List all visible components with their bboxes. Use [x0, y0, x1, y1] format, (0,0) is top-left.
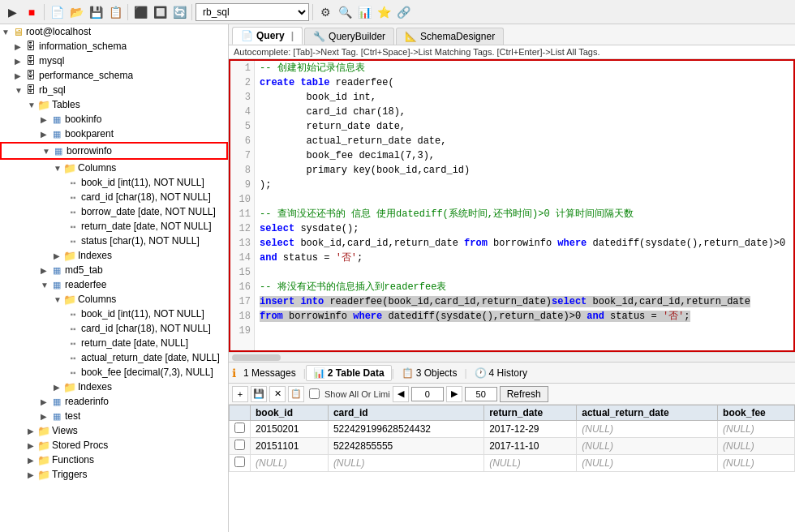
result-tab-history[interactable]: 🕐 4 History: [467, 365, 535, 381]
db-selector[interactable]: rb_sql: [196, 3, 309, 21]
tab-query-icon: 📄: [241, 30, 253, 41]
save-button[interactable]: 💾: [87, 3, 105, 21]
code-editor[interactable]: 12345 678910 1112131415 16171819 -- 创建初始…: [229, 59, 795, 352]
tree-db-information_schema[interactable]: ▶ 🗄 information_schema: [0, 39, 228, 54]
result-table-container[interactable]: book_id card_id return_date actual_retur…: [229, 405, 795, 532]
tree-stored-procs[interactable]: ▶ 📁 Stored Procs: [0, 438, 228, 453]
tree-table-bookparent[interactable]: ▶ ▦ bookparent: [0, 127, 228, 141]
limit-input[interactable]: [465, 387, 497, 401]
tree-table-test[interactable]: ▶ ▦ test: [0, 409, 228, 423]
bookparent-arrow: ▶: [41, 130, 50, 139]
hscroll-bar[interactable]: [229, 352, 795, 362]
result-tb-add[interactable]: +: [232, 386, 248, 402]
result-panel: ℹ 1 Messages | 📊 2 Table Data | 📋 3 Obje…: [229, 362, 795, 532]
cell-return_date: 2017-12-29: [484, 421, 577, 438]
tab-query[interactable]: 📄 Query |: [232, 27, 303, 45]
tree-triggers[interactable]: ▶ 📁 Triggers: [0, 467, 228, 482]
table-row[interactable]: (NULL)(NULL)(NULL)(NULL)(NULL): [230, 455, 795, 472]
col-return_date[interactable]: return_date: [484, 405, 577, 421]
code-content[interactable]: -- 创建初始记录信息表 create table readerfee( boo…: [255, 61, 793, 350]
perf-arrow: ▶: [15, 71, 24, 80]
tree-rf-col-card_id[interactable]: ▪▪ card_id [char(18), NOT NULL]: [0, 321, 228, 336]
run-button[interactable]: ▶: [3, 3, 21, 21]
col-card_id[interactable]: card_id: [328, 405, 483, 421]
tree-rf-columns[interactable]: ▼ 📁 Columns: [0, 292, 228, 307]
tree-rf-col-book_id[interactable]: ▪▪ book_id [int(11), NOT NULL]: [0, 307, 228, 321]
root-arrow: ▼: [2, 28, 11, 36]
tree-bi-col-borrow_date[interactable]: ▪▪ borrow_date [date, NOT NULL]: [0, 204, 228, 219]
table-row[interactable]: 201502015224291996285244322017-12-29(NUL…: [230, 421, 795, 438]
save-all-button[interactable]: 📋: [106, 3, 124, 21]
tree-bi-col-status[interactable]: ▪▪ status [char(1), NOT NULL]: [0, 234, 228, 248]
tree-root[interactable]: ▼ 🖥 root@localhost: [0, 24, 228, 39]
rf-col2-icon: ▪▪: [67, 322, 80, 335]
col-book_fee[interactable]: book_fee: [718, 405, 795, 421]
rf-arrow: ▼: [41, 281, 50, 290]
tree-bi-col-card_id[interactable]: ▪▪ card_id [char(18), NOT NULL]: [0, 190, 228, 204]
tree-borrowinfo-columns[interactable]: ▼ 📁 Columns: [0, 161, 228, 175]
table-row[interactable]: 20151101522428555552017-11-10(NULL)(NULL…: [230, 438, 795, 455]
result-tbody: 201502015224291996285244322017-12-29(NUL…: [230, 421, 795, 472]
tree-views[interactable]: ▶ 📁 Views: [0, 423, 228, 438]
tb-extra-4[interactable]: ⭐: [375, 3, 393, 21]
tree-functions[interactable]: ▶ 📁 Functions: [0, 453, 228, 467]
nav-next[interactable]: ▶: [446, 386, 462, 402]
rt-td-icon: 📊: [313, 367, 325, 379]
mysql-label: mysql: [39, 55, 64, 66]
result-tab-tabledata[interactable]: 📊 2 Table Data: [306, 365, 392, 381]
tables-arrow: ▼: [28, 101, 37, 109]
refresh-button[interactable]: Refresh: [500, 386, 548, 402]
paste-button[interactable]: 🔲: [151, 3, 169, 21]
tree-rf-col-book_fee[interactable]: ▪▪ book_fee [decimal(7,3), NULL]: [0, 365, 228, 380]
tree-rf-col-actual_return[interactable]: ▪▪ actual_return_date [date, NULL]: [0, 350, 228, 365]
copy-button[interactable]: ⬛: [131, 3, 149, 21]
result-tab-messages[interactable]: 1 Messages: [236, 365, 303, 381]
tb-extra-5[interactable]: 🔗: [394, 3, 412, 21]
tb-extra-3[interactable]: 📊: [355, 3, 373, 21]
rf-idx-arrow: ▶: [54, 383, 63, 392]
tree-table-bookinfo[interactable]: ▶ ▦ bookinfo: [0, 112, 228, 127]
tree-table-readerfee[interactable]: ▼ ▦ readerfee: [0, 277, 228, 292]
tree-tables[interactable]: ▼ 📁 Tables: [0, 97, 228, 112]
tree-bi-col-return_date[interactable]: ▪▪ return_date [date, NOT NULL]: [0, 219, 228, 234]
row-checkbox[interactable]: [234, 440, 245, 450]
tree-table-borrowinfo[interactable]: ▼ ▦ borrowinfo: [0, 142, 228, 160]
col-actual_return_date[interactable]: actual_return_date: [577, 405, 718, 421]
rbsql-label: rb_sql: [39, 84, 66, 96]
tree-bi-indexes[interactable]: ▶ 📁 Indexes: [0, 248, 228, 263]
tg-arrow: ▶: [28, 470, 37, 479]
open-button[interactable]: 📂: [67, 3, 85, 21]
col-book_id[interactable]: book_id: [251, 405, 329, 421]
bi-idx-label: Indexes: [78, 250, 112, 261]
result-tb-save[interactable]: 💾: [251, 386, 267, 402]
result-tb-del[interactable]: ✕: [269, 386, 286, 402]
tree-rf-indexes[interactable]: ▶ 📁 Indexes: [0, 380, 228, 394]
tree-db-performance[interactable]: ▶ 🗄 performance_schema: [0, 68, 228, 83]
tree-db-mysql[interactable]: ▶ 🗄 mysql: [0, 54, 228, 68]
tb-extra-1[interactable]: ⚙: [316, 3, 334, 21]
show-all-checkbox[interactable]: [309, 388, 320, 399]
result-tb-copy[interactable]: 📋: [288, 386, 304, 402]
stop-button[interactable]: ■: [23, 3, 41, 21]
rf-cols-icon: 📁: [63, 293, 76, 306]
tree-table-md5tab[interactable]: ▶ ▦ md5_tab: [0, 263, 228, 277]
offset-input[interactable]: [411, 387, 444, 401]
result-tab-objects[interactable]: 📋 3 Objects: [394, 365, 465, 381]
new-button[interactable]: 📄: [48, 3, 66, 21]
tab-querybuilder[interactable]: 🔧 QueryBuilder: [304, 28, 394, 45]
tree-db-rbsql[interactable]: ▼ 🗄 rb_sql: [0, 83, 228, 97]
tab-schemadesigner[interactable]: 📐 SchemaDesigner: [396, 28, 504, 45]
tree-table-readerinfo[interactable]: ▶ ▦ readerinfo: [0, 394, 228, 409]
ri-icon: ▦: [50, 395, 63, 408]
rt-obj-label: 3 Objects: [416, 367, 458, 379]
toolbar-sep-2: [127, 4, 128, 20]
cell-book_fee: (NULL): [718, 455, 795, 472]
tree-rf-col-return_date[interactable]: ▪▪ return_date [date, NULL]: [0, 336, 228, 350]
tree-bi-col-book_id[interactable]: ▪▪ book_id [int(11), NOT NULL]: [0, 175, 228, 190]
bi-col3-icon: ▪▪: [67, 205, 80, 218]
nav-prev[interactable]: ◀: [393, 386, 409, 402]
row-checkbox[interactable]: [234, 457, 245, 467]
row-checkbox[interactable]: [234, 423, 245, 433]
tb-extra-2[interactable]: 🔍: [336, 3, 354, 21]
refresh-button[interactable]: 🔄: [170, 3, 188, 21]
